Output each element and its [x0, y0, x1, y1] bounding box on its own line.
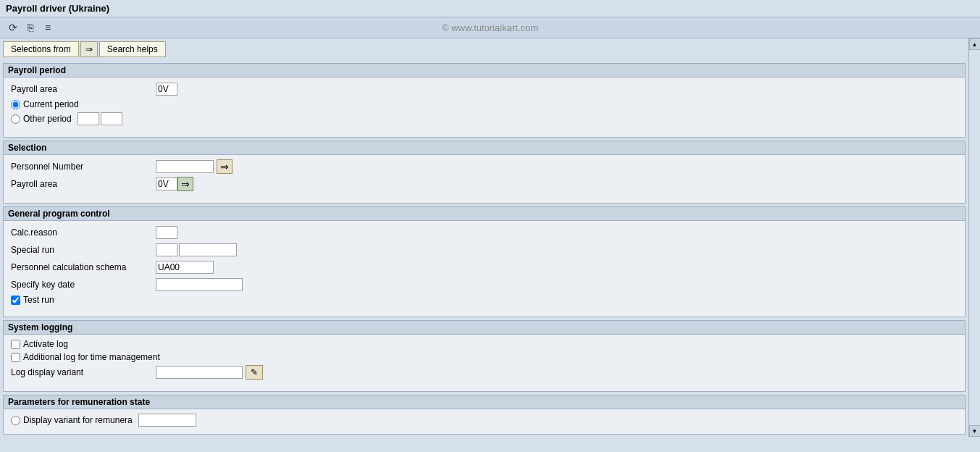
additional-log-label: Additional log for time management — [23, 352, 160, 362]
general-program-control-body: Calc.reason Special run Personnel calcul… — [4, 221, 965, 317]
test-run-label: Test run — [23, 295, 54, 305]
other-period-input1[interactable] — [78, 112, 99, 125]
arrow-button[interactable]: ⇒ — [80, 41, 98, 57]
payroll-period-section: Payroll period Payroll area Current peri… — [3, 63, 966, 138]
display-variant-row: Display variant for remunera — [11, 414, 958, 427]
display-variant-input[interactable] — [138, 414, 196, 427]
personnel-number-label: Personnel Number — [11, 162, 156, 172]
general-program-control-section: General program control Calc.reason Spec… — [3, 206, 966, 317]
additional-log-row: Additional log for time management — [11, 352, 958, 362]
layout-icon[interactable]: ≡ — [41, 20, 55, 35]
other-period-row: Other period — [11, 112, 958, 125]
payroll-area-label: Payroll area — [11, 84, 156, 94]
special-run-input2[interactable] — [179, 243, 237, 256]
display-variant-radio[interactable] — [11, 416, 20, 425]
other-period-radio[interactable] — [11, 114, 20, 124]
current-period-label: Current period — [23, 99, 79, 109]
current-period-row: Current period — [11, 99, 958, 109]
pencil-icon: ✎ — [251, 367, 258, 377]
selection-body: Personnel Number ⇒ Payroll area ⇒ — [4, 155, 965, 203]
scroll-track[interactable] — [969, 50, 981, 425]
other-period-label: Other period — [23, 114, 72, 124]
watermark: © www.tutorialkart.com — [442, 22, 538, 33]
personnel-calc-schema-row: Personnel calculation schema — [11, 260, 958, 275]
test-run-row: Test run — [11, 295, 958, 305]
personnel-number-row: Personnel Number ⇒ — [11, 159, 958, 174]
log-display-variant-input[interactable] — [156, 366, 243, 379]
refresh-icon[interactable]: ⟳ — [6, 20, 20, 35]
additional-log-checkbox[interactable] — [11, 353, 20, 362]
parameters-remuneration-body: Display variant for remunera — [4, 409, 965, 434]
display-variant-label: Display variant for remunera — [23, 415, 133, 425]
personnel-number-input[interactable] — [156, 160, 214, 173]
selections-from-button[interactable]: Selections from — [3, 41, 79, 57]
personnel-calc-schema-label: Personnel calculation schema — [11, 262, 156, 272]
selection-payroll-area-row: Payroll area ⇒ — [11, 177, 958, 191]
current-period-radio[interactable] — [11, 100, 20, 109]
toolbar: ⟳ ⎘ ≡ © www.tutorialkart.com — [0, 17, 980, 38]
log-display-variant-edit-button[interactable]: ✎ — [246, 365, 263, 380]
payroll-area-input[interactable] — [156, 83, 177, 96]
calc-reason-input[interactable] — [156, 226, 177, 239]
log-display-variant-row: Log display variant ✎ — [11, 365, 958, 380]
personnel-number-arrow-button[interactable]: ⇒ — [217, 159, 233, 174]
activate-log-checkbox[interactable] — [11, 340, 20, 349]
parameters-remuneration-header: Parameters for remuneration state — [4, 396, 965, 409]
scroll-up-button[interactable]: ▲ — [969, 38, 981, 50]
system-logging-section: System logging Activate log Additional l… — [3, 320, 966, 392]
scrollbar[interactable]: ▲ ▼ — [968, 38, 980, 437]
calc-reason-row: Calc.reason — [11, 225, 958, 240]
search-helps-button[interactable]: Search helps — [99, 41, 166, 57]
selection-payroll-area-input[interactable] — [156, 177, 177, 191]
selection-section: Selection Personnel Number ⇒ Payroll are… — [3, 141, 966, 204]
other-period-input2[interactable] — [101, 112, 122, 125]
scroll-down-button[interactable]: ▼ — [969, 425, 981, 437]
log-display-variant-label: Log display variant — [11, 367, 156, 377]
title-bar: Payroll driver (Ukraine) — [0, 0, 980, 17]
page-title: Payroll driver (Ukraine) — [6, 3, 109, 14]
selection-header: Selection — [4, 141, 965, 155]
system-logging-header: System logging — [4, 321, 965, 335]
payroll-period-body: Payroll area Current period Other period — [4, 78, 965, 137]
special-run-input1[interactable] — [156, 243, 177, 256]
buttons-row: Selections from ⇒ Search helps — [0, 38, 968, 60]
activate-log-row: Activate log — [11, 339, 958, 349]
content-area: Selections from ⇒ Search helps Payroll p… — [0, 38, 968, 437]
selection-payroll-area-label: Payroll area — [11, 179, 156, 189]
special-run-label: Special run — [11, 245, 156, 255]
specify-key-date-label: Specify key date — [11, 280, 156, 290]
general-program-control-header: General program control — [4, 207, 965, 221]
test-run-checkbox[interactable] — [11, 296, 20, 305]
parameters-remuneration-section: Parameters for remuneration state Displa… — [3, 395, 966, 435]
specify-key-date-row: Specify key date — [11, 277, 958, 292]
system-logging-body: Activate log Additional log for time man… — [4, 335, 965, 391]
special-run-row: Special run — [11, 243, 958, 257]
payroll-period-header: Payroll period — [4, 64, 965, 78]
specify-key-date-input[interactable] — [156, 278, 243, 291]
copy-icon[interactable]: ⎘ — [23, 20, 38, 35]
personnel-calc-schema-input[interactable] — [156, 261, 214, 274]
selection-payroll-area-arrow-button[interactable]: ⇒ — [177, 177, 193, 191]
calc-reason-label: Calc.reason — [11, 227, 156, 238]
payroll-area-row: Payroll area — [11, 82, 958, 96]
activate-log-label: Activate log — [23, 339, 68, 349]
main-container: Selections from ⇒ Search helps Payroll p… — [0, 38, 980, 437]
